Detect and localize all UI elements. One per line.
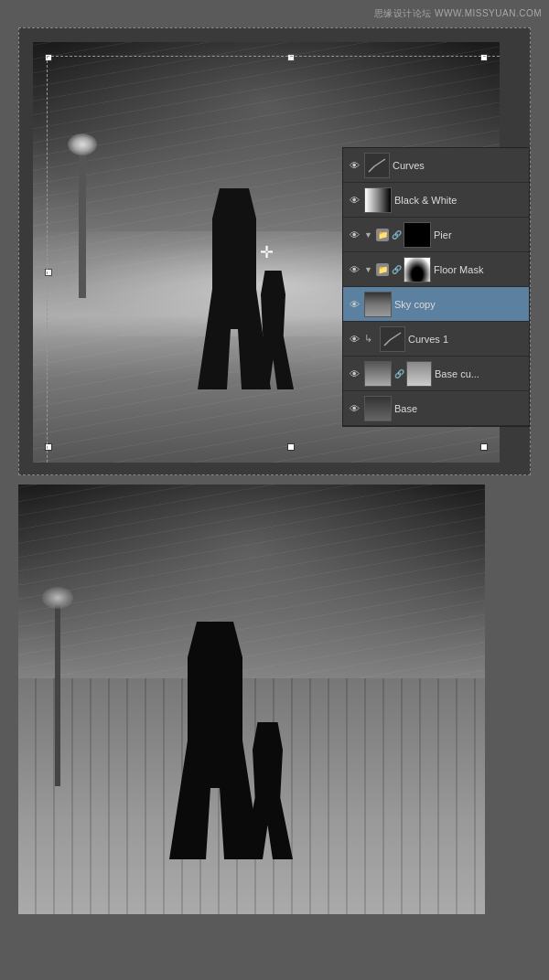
- layer-name-pier: Pier: [434, 229, 525, 240]
- layer-thumb-bw: [364, 187, 392, 213]
- transform-handle-ml[interactable]: [45, 269, 52, 276]
- layer-row-curves1[interactable]: 👁 ↳ Curves 1: [343, 322, 529, 357]
- layer-row-curves[interactable]: 👁 Curves: [343, 148, 529, 183]
- chain-icon-pier: 🔗: [392, 230, 401, 240]
- transform-handle-tr[interactable]: [480, 54, 488, 61]
- canvas-bottom[interactable]: [18, 485, 485, 914]
- visibility-icon-basecu[interactable]: 👁: [347, 367, 361, 381]
- layer-name-bw: Black & White: [394, 195, 525, 206]
- top-workspace: ✛ 👁 Curves 👁 Black: [18, 27, 531, 475]
- layer-row-basecu[interactable]: 👁 🔗 Base cu...: [343, 357, 529, 391]
- visibility-icon-curves[interactable]: 👁: [347, 158, 361, 173]
- visibility-icon-bw[interactable]: 👁: [347, 193, 361, 208]
- layer-row-skycopy[interactable]: 👁 Sky copy: [343, 287, 529, 322]
- visibility-icon-skycopy[interactable]: 👁: [347, 297, 361, 312]
- svg-rect-0: [367, 155, 387, 176]
- visibility-icon-pier[interactable]: 👁: [347, 228, 361, 242]
- layer-row-floormask[interactable]: 👁 ▼ 📁 🔗 Floor Mask: [343, 252, 529, 287]
- chain-icon-basecu: 🔗: [394, 369, 404, 378]
- transform-handle-bm[interactable]: [287, 443, 295, 451]
- layers-panel-top: 👁 Curves 👁 Black & White 👁: [342, 147, 530, 427]
- fog-overlay-bottom: [18, 485, 485, 699]
- expand-arrow-floormask[interactable]: ▼: [364, 265, 373, 274]
- layer-name-base: Base: [394, 403, 525, 414]
- transform-handle-bl[interactable]: [45, 443, 52, 451]
- layer-name-basecu: Base cu...: [435, 368, 525, 379]
- layer-mask-thumb-basecu: [406, 361, 432, 387]
- layer-thumb-basecu: [364, 361, 392, 387]
- layer-thumb-pier-mask: [404, 222, 431, 248]
- layer-name-skycopy: Sky copy: [394, 299, 525, 310]
- indent-link-curves1: ↳: [364, 333, 377, 345]
- svg-rect-1: [382, 329, 403, 349]
- layer-name-curves1: Curves 1: [408, 334, 525, 345]
- bottom-workspace: Normal ▼ Opacity: 15% ▼ 👁 ▼ 📁 🔗 Pier: [18, 485, 531, 914]
- layer-thumb-skycopy: [364, 292, 392, 317]
- transform-handle-tl[interactable]: [45, 54, 52, 61]
- chain-icon-floormask: 🔗: [392, 265, 401, 274]
- visibility-icon-curves1[interactable]: 👁: [347, 332, 361, 346]
- curves-adjustment-icon: [364, 153, 390, 178]
- transform-handle-tm[interactable]: [287, 54, 295, 61]
- folder-icon-pier: 📁: [376, 229, 389, 241]
- transform-handle-br[interactable]: [480, 443, 488, 451]
- layer-thumb-base: [364, 396, 392, 421]
- crosshair-icon: ✛: [257, 243, 275, 261]
- floor-lines-bottom: [18, 678, 485, 915]
- lamp-post-bottom: [55, 603, 60, 786]
- layer-name-curves: Curves: [393, 160, 525, 171]
- folder-icon-floormask: 📁: [376, 263, 389, 276]
- lamp-post-top: [79, 152, 86, 298]
- layer-name-floormask: Floor Mask: [434, 264, 525, 275]
- layer-row-bw[interactable]: 👁 Black & White: [343, 183, 529, 218]
- layer-row-base[interactable]: 👁 Base: [343, 391, 529, 426]
- watermark: 思缘设计论坛 WWW.MISSYUAN.COM: [374, 7, 542, 20]
- canvas-top[interactable]: ✛ 👁 Curves 👁 Black: [18, 27, 531, 475]
- layer-row-pier[interactable]: 👁 ▼ 📁 🔗 Pier: [343, 218, 529, 252]
- visibility-icon-base[interactable]: 👁: [347, 401, 361, 416]
- expand-arrow-pier[interactable]: ▼: [364, 230, 373, 240]
- curves1-icon: [380, 326, 405, 352]
- layer-thumb-floormask: [404, 257, 431, 282]
- curves-svg: [367, 155, 387, 176]
- visibility-icon-floormask[interactable]: 👁: [347, 262, 361, 277]
- curves1-svg: [382, 329, 403, 349]
